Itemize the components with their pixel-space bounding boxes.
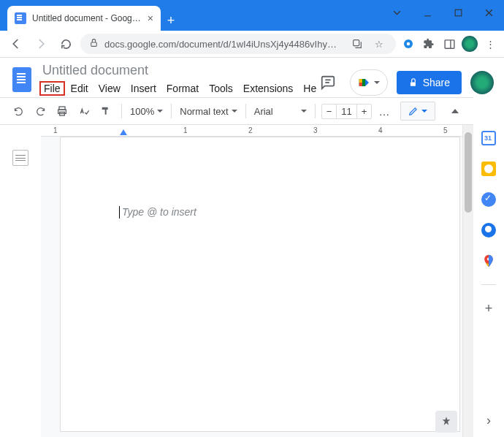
hide-menus-button[interactable]	[446, 102, 465, 121]
window-close-button[interactable]	[473, 0, 504, 25]
side-panel-icon[interactable]	[441, 36, 457, 52]
share-url-icon[interactable]	[349, 36, 365, 52]
window-maximize-button[interactable]	[443, 0, 473, 25]
window-minimize-button[interactable]	[412, 0, 443, 25]
svg-point-5	[407, 42, 411, 46]
docs-home-button[interactable]	[9, 62, 35, 97]
url-text: docs.google.com/document/d/1wI4iUnsXj4y4…	[104, 39, 343, 50]
hide-side-panel-button[interactable]: ›	[486, 413, 491, 428]
placeholder-text: Type @ to insert	[122, 206, 196, 218]
document-title[interactable]: Untitled document	[39, 62, 315, 79]
font-size-value[interactable]: 11	[337, 104, 356, 118]
sidebar-separator	[481, 284, 496, 285]
svg-rect-1	[455, 10, 462, 16]
indent-marker-icon[interactable]	[120, 129, 127, 135]
undo-button[interactable]	[9, 102, 28, 121]
tab-title: Untitled document - Google Doc	[32, 13, 142, 23]
menu-insert[interactable]: Insert	[126, 81, 161, 96]
share-label: Share	[423, 77, 450, 88]
explore-button[interactable]	[435, 411, 457, 433]
svg-rect-10	[411, 82, 416, 86]
docs-logo-icon	[12, 67, 31, 92]
chevron-down-icon	[421, 110, 427, 113]
more-toolbar-button[interactable]: …	[375, 102, 394, 121]
share-button[interactable]: Share	[397, 71, 462, 94]
vertical-scrollbar[interactable]	[462, 125, 473, 437]
browser-tab[interactable]: Untitled document - Google Doc ×	[7, 6, 161, 31]
forward-button[interactable]	[31, 34, 51, 54]
menu-format[interactable]: Format	[162, 81, 203, 96]
reload-button[interactable]	[56, 34, 76, 54]
menu-file[interactable]: File	[39, 81, 65, 96]
document-outline-button[interactable]	[12, 150, 28, 166]
zoom-select[interactable]: 100%	[128, 106, 165, 117]
chrome-account-chevron-icon[interactable]	[381, 0, 412, 25]
chrome-menu-icon[interactable]: ⋮	[482, 36, 498, 52]
keep-sidebar-icon[interactable]	[481, 162, 496, 176]
bookmark-star-icon[interactable]: ☆	[371, 36, 387, 52]
chrome-profile-avatar[interactable]	[462, 36, 478, 52]
font-size-decrease-button[interactable]: −	[322, 104, 337, 118]
comment-history-button[interactable]	[315, 69, 341, 96]
chevron-down-icon	[374, 81, 380, 84]
menu-tools[interactable]: Tools	[205, 81, 237, 96]
print-button[interactable]	[53, 102, 72, 121]
tasks-sidebar-icon[interactable]	[481, 192, 496, 207]
svg-rect-3	[354, 40, 359, 46]
google-meet-icon	[358, 75, 373, 90]
maps-sidebar-icon[interactable]	[481, 254, 496, 268]
menu-view[interactable]: View	[94, 81, 125, 96]
editing-mode-button[interactable]	[400, 102, 435, 121]
document-canvas[interactable]: Type @ to insert	[60, 137, 460, 432]
paint-format-button[interactable]	[96, 102, 115, 121]
contacts-sidebar-icon[interactable]	[481, 223, 496, 238]
extension-ghostery-icon[interactable]	[400, 36, 416, 52]
extensions-puzzle-icon[interactable]	[421, 36, 437, 52]
account-avatar[interactable]	[470, 71, 494, 94]
address-bar[interactable]: docs.google.com/document/d/1wI4iUnsXj4y4…	[80, 34, 396, 54]
join-call-button[interactable]	[350, 69, 388, 96]
redo-button[interactable]	[31, 102, 50, 121]
pencil-icon	[408, 106, 419, 116]
calendar-sidebar-icon[interactable]	[481, 131, 496, 145]
docs-favicon-icon	[15, 12, 26, 24]
close-tab-icon[interactable]: ×	[148, 12, 153, 24]
get-addons-button[interactable]: +	[485, 301, 493, 316]
svg-rect-2	[91, 42, 97, 46]
font-family-select[interactable]: Arial	[252, 106, 309, 117]
menu-extensions[interactable]: Extensions	[239, 81, 297, 96]
new-tab-button[interactable]: +	[161, 10, 181, 31]
font-size-increase-button[interactable]: +	[356, 104, 372, 118]
menu-edit[interactable]: Edit	[66, 81, 93, 96]
back-button[interactable]	[6, 34, 26, 54]
paragraph-style-select[interactable]: Normal text	[177, 106, 239, 117]
svg-rect-6	[445, 39, 454, 48]
lock-icon	[89, 38, 99, 50]
horizontal-ruler[interactable]: 1 1 2 3 4 5	[41, 125, 462, 137]
spellcheck-button[interactable]	[75, 102, 93, 121]
